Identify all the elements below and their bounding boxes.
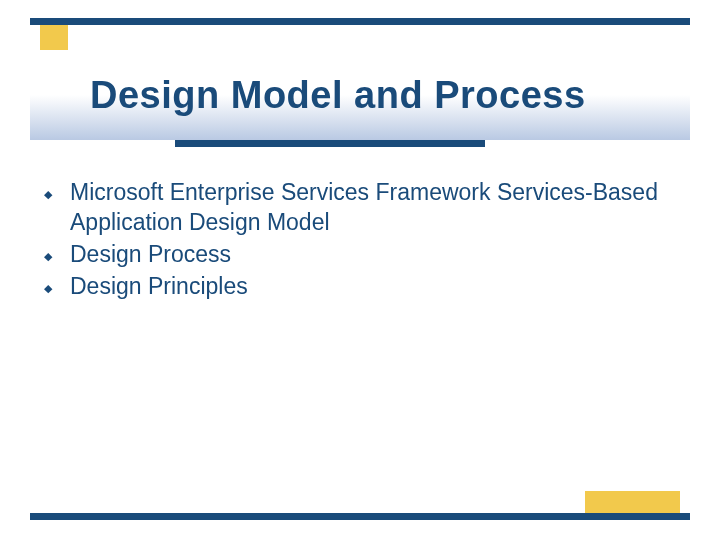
bottom-border-bar	[30, 513, 690, 520]
list-item: Microsoft Enterprise Services Framework …	[40, 178, 680, 238]
slide-title: Design Model and Process	[90, 74, 586, 117]
top-border-bar	[30, 18, 690, 25]
bullet-list: Microsoft Enterprise Services Framework …	[40, 178, 680, 302]
title-container: Design Model and Process	[30, 50, 690, 140]
gold-accent-bottom	[585, 491, 680, 513]
title-underline-bar	[175, 140, 485, 147]
list-item: Design Principles	[40, 272, 680, 302]
content-area: Microsoft Enterprise Services Framework …	[40, 178, 680, 304]
list-item: Design Process	[40, 240, 680, 270]
